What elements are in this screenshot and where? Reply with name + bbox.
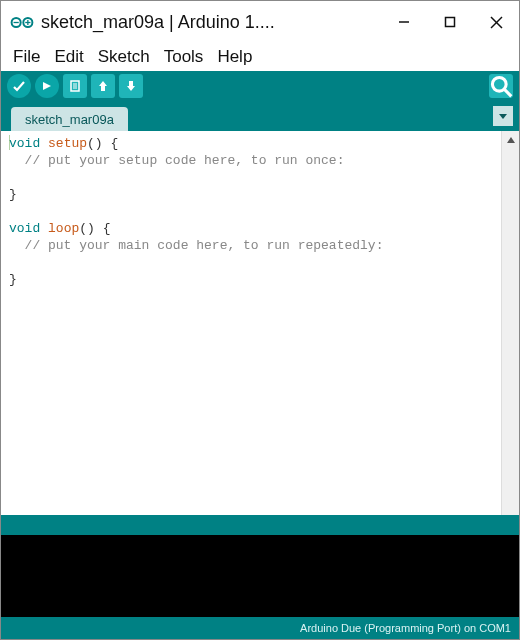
function-name: loop <box>48 221 79 236</box>
app-window: sketch_mar09a | Arduino 1.... File Edit … <box>0 0 520 640</box>
svg-point-16 <box>492 77 506 91</box>
menu-file[interactable]: File <box>7 45 46 69</box>
titlebar: sketch_mar09a | Arduino 1.... <box>1 1 519 43</box>
keyword: void <box>9 221 40 236</box>
code-text: () { <box>87 136 118 151</box>
maximize-button[interactable] <box>427 1 473 43</box>
menu-tools[interactable]: Tools <box>158 45 210 69</box>
svg-marker-15 <box>127 81 135 91</box>
arrow-down-icon <box>124 79 138 93</box>
verify-button[interactable] <box>7 74 31 98</box>
svg-marker-19 <box>507 137 515 143</box>
tab-menu-button[interactable] <box>493 106 513 126</box>
tabstrip: sketch_mar09a <box>1 101 519 131</box>
arduino-logo-icon <box>9 9 35 35</box>
serial-monitor-button[interactable] <box>489 74 513 98</box>
comment: // put your main code here, to run repea… <box>9 238 383 253</box>
console[interactable] <box>1 535 519 617</box>
code-text: () { <box>79 221 110 236</box>
check-icon <box>12 79 26 93</box>
code-text: } <box>9 272 17 287</box>
svg-line-17 <box>504 89 511 96</box>
comment: // put your setup code here, to run once… <box>9 153 344 168</box>
status-bar <box>1 515 519 535</box>
close-button[interactable] <box>473 1 519 43</box>
close-icon <box>490 16 503 29</box>
upload-button[interactable] <box>35 74 59 98</box>
menu-sketch[interactable]: Sketch <box>92 45 156 69</box>
open-button[interactable] <box>91 74 115 98</box>
maximize-icon <box>444 16 456 28</box>
footer-bar: Arduino Due (Programming Port) on COM1 <box>1 617 519 639</box>
arrow-right-icon <box>40 79 54 93</box>
magnifier-icon <box>489 74 513 98</box>
svg-rect-6 <box>446 18 455 27</box>
svg-marker-9 <box>43 82 51 90</box>
minimize-button[interactable] <box>381 1 427 43</box>
save-button[interactable] <box>119 74 143 98</box>
keyword: void <box>9 136 40 151</box>
new-button[interactable] <box>63 74 87 98</box>
menubar: File Edit Sketch Tools Help <box>1 43 519 71</box>
scrollbar[interactable] <box>501 131 519 515</box>
minimize-icon <box>398 16 410 28</box>
svg-marker-14 <box>99 81 107 91</box>
editor-area: void setup() { // put your setup code he… <box>1 131 519 515</box>
tab-sketch[interactable]: sketch_mar09a <box>11 107 128 131</box>
menu-edit[interactable]: Edit <box>48 45 89 69</box>
window-title: sketch_mar09a | Arduino 1.... <box>41 12 275 33</box>
file-icon <box>68 79 82 93</box>
text-cursor <box>9 135 10 150</box>
scroll-up-icon[interactable] <box>502 131 519 149</box>
arrow-up-icon <box>96 79 110 93</box>
toolbar <box>1 71 519 101</box>
board-info: Arduino Due (Programming Port) on COM1 <box>300 622 511 634</box>
menu-help[interactable]: Help <box>211 45 258 69</box>
code-editor[interactable]: void setup() { // put your setup code he… <box>1 131 501 515</box>
function-name: setup <box>48 136 87 151</box>
svg-marker-18 <box>499 114 507 119</box>
chevron-down-icon <box>498 111 508 121</box>
code-text: } <box>9 187 17 202</box>
